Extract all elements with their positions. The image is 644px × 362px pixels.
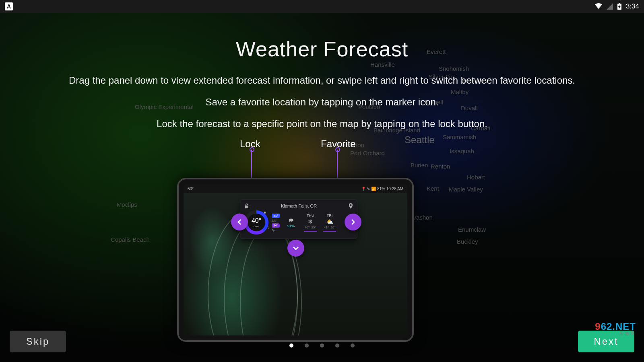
watermark: 962.NET 乐游网 (595, 321, 636, 336)
now-label: now (254, 224, 260, 228)
svg-rect-1 (619, 3, 620, 4)
tablet-status-temp: 50° (188, 187, 194, 191)
swipe-left-icon (231, 214, 248, 230)
page-description: Drag the panel down to view extended for… (60, 73, 584, 131)
android-status-bar: A 3:34 (0, 0, 644, 13)
temperature-dial: 40° now H L (244, 210, 268, 234)
skip-button[interactable]: Skip (10, 331, 66, 352)
page-dot[interactable] (320, 343, 324, 348)
page-dot[interactable] (289, 343, 293, 348)
app-indicator-icon: A (5, 2, 13, 10)
tablet-status-bar: 50° 📍 ✎ 📶 81% 10:28 AM (184, 184, 407, 193)
humidity: 91% (287, 224, 295, 228)
signal-icon (607, 3, 613, 10)
lock-icon[interactable] (244, 203, 249, 209)
page-dot[interactable] (335, 343, 339, 348)
hi-lo-badges: 41° 12p 34° 8p (272, 214, 280, 232)
forecast-panel[interactable]: Klamath Falls, OR 40° now H L (240, 200, 357, 239)
description-line: Drag the panel down to view extended for… (60, 73, 584, 88)
description-line: Save a favorite location by tapping on t… (60, 95, 584, 109)
swipe-right-icon (345, 214, 361, 230)
callout-dot (250, 147, 254, 152)
forecast-location: Klamath Falls, OR (249, 204, 349, 208)
description-line: Lock the forecast to a specific point on… (60, 117, 584, 131)
status-clock: 3:34 (626, 2, 639, 10)
tablet-status-right: 📍 ✎ 📶 81% 10:28 AM (361, 187, 403, 191)
page-dot[interactable] (305, 343, 309, 348)
forecast-today: 🌧 91% (283, 217, 299, 228)
page-title: Weather Forecast (0, 37, 644, 61)
callout-dot (335, 147, 340, 152)
page-indicator[interactable] (289, 343, 355, 348)
swipe-down-icon (287, 240, 304, 257)
marker-icon[interactable] (349, 203, 353, 209)
page-dot[interactable] (351, 343, 355, 348)
battery-icon (617, 3, 622, 10)
wifi-icon (594, 3, 603, 10)
forecast-day: FRI ⛅ 41° 20° (322, 214, 338, 232)
forecast-day: THU ❄ 40° 25° (302, 214, 318, 232)
current-temp: 40° (252, 217, 261, 224)
tablet-mockup: 50° 📍 ✎ 📶 81% 10:28 AM Klamath Falls, OR (177, 178, 414, 342)
